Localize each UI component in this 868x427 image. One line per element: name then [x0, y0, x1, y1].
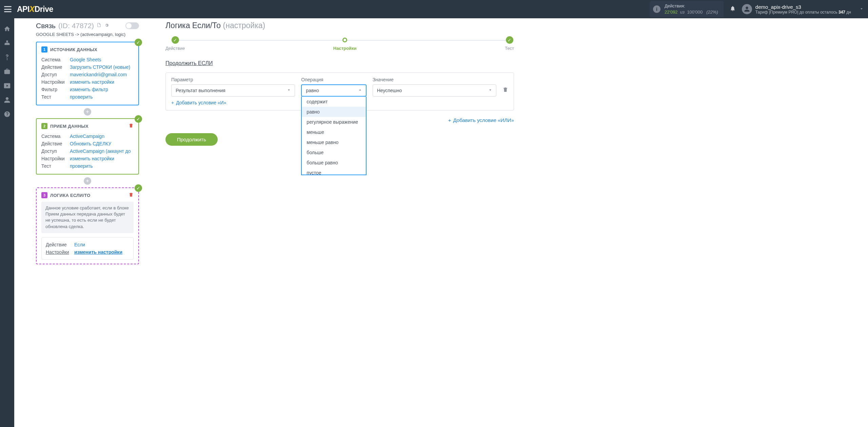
- chevron-up-icon: [358, 88, 362, 94]
- delete-condition-icon[interactable]: [502, 80, 508, 94]
- page-title: Логика Если/То (настройка): [165, 21, 514, 30]
- label-parameter: Параметр: [171, 77, 295, 82]
- chevron-down-icon: [488, 88, 493, 94]
- notifications-icon[interactable]: [727, 5, 738, 13]
- section-heading: Продолжить ЕСЛИ: [165, 60, 514, 66]
- avatar: [742, 4, 752, 14]
- actions-pct: (22%): [706, 9, 718, 15]
- doc-icon[interactable]: [97, 23, 101, 29]
- delete-card-icon[interactable]: [129, 123, 134, 129]
- nav-billing-icon[interactable]: [0, 51, 14, 64]
- card-note: Данное условие сработает, если в блоке П…: [41, 202, 134, 233]
- card-destination[interactable]: ✓ 2 ПРИЕМ ДАННЫХ СистемаActiveCampaign Д…: [36, 118, 139, 175]
- dropdown-option[interactable]: равно: [302, 107, 366, 117]
- dropdown-option[interactable]: пустое: [302, 168, 366, 175]
- actions-of: из: [680, 9, 685, 15]
- label-operation: Операция: [301, 77, 366, 82]
- card-number: 3: [41, 192, 47, 198]
- hamburger-menu[interactable]: [4, 6, 12, 12]
- nav-briefcase-icon[interactable]: [0, 65, 14, 78]
- add-step-button[interactable]: +: [84, 177, 91, 185]
- delete-card-icon[interactable]: [129, 192, 134, 198]
- sidebar: [0, 18, 14, 278]
- nav-user-icon[interactable]: [0, 94, 14, 106]
- select-parameter[interactable]: Результат выполнения: [171, 84, 295, 97]
- plan-info: Тариф |Премиум PRO| до оплаты осталось 3…: [755, 10, 851, 15]
- condition-block: Параметр Результат выполнения Операция р…: [165, 73, 514, 110]
- add-or-condition[interactable]: + Добавить условие «ИЛИ»: [448, 117, 514, 123]
- logo-text-a: API: [17, 5, 29, 14]
- continue-button[interactable]: Продолжить: [165, 133, 218, 146]
- actions-count: 22'092: [665, 9, 678, 15]
- add-and-condition[interactable]: + Добавить условие «И»: [171, 100, 226, 105]
- user-menu[interactable]: demo_apix-drive_s3 Тариф |Премиум PRO| д…: [742, 4, 864, 15]
- operation-dropdown: содержит равно регулярное выражение мень…: [301, 97, 366, 175]
- status-badge-icon: ✓: [135, 39, 142, 46]
- select-operation[interactable]: равно: [301, 84, 366, 97]
- card-title: ЛОГИКА ЕСЛИ/ТО: [50, 193, 91, 198]
- step-action[interactable]: ✓Действие: [165, 36, 185, 51]
- actions-total: 100'000: [687, 9, 703, 15]
- actions-counter[interactable]: i Действия: 22'092 из 100'000 (22%): [650, 1, 724, 17]
- step-test[interactable]: ✓Тест: [505, 36, 514, 51]
- connection-toggle[interactable]: [125, 22, 139, 29]
- user-name: demo_apix-drive_s3: [755, 4, 851, 10]
- card-number: 2: [41, 123, 47, 129]
- plus-icon: +: [448, 117, 451, 123]
- dropdown-option[interactable]: меньше: [302, 127, 366, 137]
- card-number: 1: [41, 46, 47, 53]
- card-source[interactable]: ✓ 1 ИСТОЧНИК ДАННЫХ СистемаGoogle Sheets…: [36, 42, 139, 105]
- card-title: ИСТОЧНИК ДАННЫХ: [50, 47, 97, 52]
- plus-icon: +: [171, 100, 174, 105]
- nav-sitemap-icon[interactable]: [0, 37, 14, 49]
- chevron-down-icon: [859, 6, 864, 12]
- nav-video-icon[interactable]: [0, 79, 14, 92]
- select-value[interactable]: Неуспешно: [373, 84, 496, 97]
- dropdown-option[interactable]: больше равно: [302, 158, 366, 168]
- dropdown-option[interactable]: регулярное выражение: [302, 117, 366, 127]
- card-title: ПРИЕМ ДАННЫХ: [50, 124, 88, 129]
- card-logic[interactable]: ✓ 3 ЛОГИКА ЕСЛИ/ТО Данное условие сработ…: [36, 187, 139, 264]
- logo-text-b: Drive: [35, 5, 53, 14]
- label-value: Значение: [373, 77, 496, 82]
- connection-id: (ID: 47872): [58, 22, 94, 30]
- gear-icon[interactable]: [104, 23, 109, 29]
- connection-title: Связь: [36, 22, 56, 30]
- chevron-down-icon: [287, 88, 291, 94]
- stepper: ✓Действие Настройки ✓Тест: [165, 36, 514, 51]
- connection-header: Связь (ID: 47872): [36, 22, 139, 30]
- dropdown-option[interactable]: больше: [302, 147, 366, 158]
- step-settings[interactable]: Настройки: [333, 36, 357, 51]
- actions-label: Действия:: [665, 3, 718, 9]
- logo: APIXDrive: [17, 5, 53, 14]
- dropdown-option[interactable]: меньше равно: [302, 137, 366, 147]
- info-icon: i: [653, 5, 660, 13]
- add-step-button[interactable]: +: [84, 108, 91, 116]
- nav-home-icon[interactable]: [0, 22, 14, 35]
- status-badge-icon: ✓: [135, 184, 142, 192]
- connection-subtitle: GOOGLE SHEETS -> (activecampaign, logic): [36, 32, 139, 37]
- nav-help-icon[interactable]: [0, 108, 14, 121]
- status-badge-icon: ✓: [135, 115, 142, 123]
- logo-x: X: [29, 5, 35, 14]
- dropdown-option[interactable]: содержит: [302, 97, 366, 107]
